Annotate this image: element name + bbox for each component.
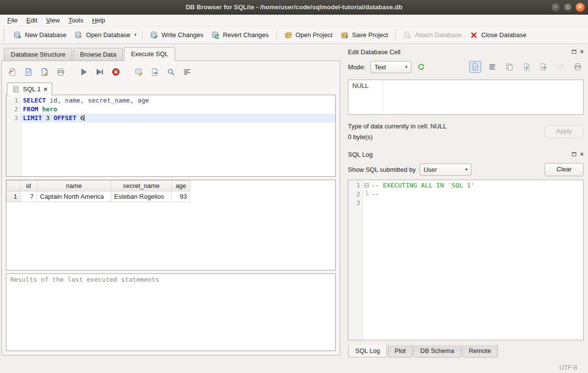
- toolbar-grip[interactable]: [3, 30, 6, 41]
- menu-help[interactable]: Help: [88, 15, 110, 25]
- open-project-label: Open Project: [296, 31, 333, 39]
- cell-name[interactable]: Captain North America: [37, 191, 111, 202]
- save-sql-file-icon: [24, 68, 33, 76]
- save-project-button[interactable]: Save Project: [336, 28, 392, 42]
- execute-current-line-button[interactable]: [94, 66, 105, 77]
- bottom-tab-bar: SQL Log Plot DB Schema Remote: [348, 345, 584, 358]
- column-header-name[interactable]: name: [37, 181, 111, 191]
- set-null-button: [555, 61, 567, 73]
- export-cell-data-button[interactable]: [538, 61, 549, 73]
- auto-update-button[interactable]: [415, 61, 427, 73]
- menu-edit[interactable]: Edit: [22, 15, 41, 25]
- cell-editor[interactable]: NULL: [348, 80, 584, 115]
- write-changes-button[interactable]: Write Changes: [146, 28, 207, 42]
- cell-editor-icons: [469, 61, 584, 73]
- mode-combo[interactable]: Text ▾: [370, 61, 411, 73]
- format-sql-button[interactable]: [182, 66, 192, 77]
- cell-secret-name[interactable]: Esteban Rogelios: [111, 191, 172, 202]
- sql-editor[interactable]: 1 2 3 SELECT id, name, secret_name, age …: [6, 95, 336, 177]
- minimize-button[interactable]: −: [551, 2, 561, 12]
- sql-log-view[interactable]: 1 2 3 -- EXECUTING ALL IN 'SQL 1' --: [348, 180, 584, 340]
- close-database-icon: [469, 31, 478, 40]
- tab-remote[interactable]: Remote: [462, 345, 498, 357]
- code-line-3-current: LIMIT 3 OFFSET 6: [21, 114, 335, 123]
- dock-float-icon[interactable]: [572, 152, 576, 156]
- sql-tab-bar: SQL 1 ×: [6, 81, 336, 95]
- new-database-button[interactable]: New Database: [9, 28, 70, 42]
- tab-execute-sql[interactable]: Execute SQL: [124, 47, 175, 61]
- menu-file[interactable]: File: [3, 15, 22, 25]
- column-header-age[interactable]: age: [172, 181, 190, 191]
- log-line-1: -- EXECUTING ALL IN 'SQL 1': [363, 181, 583, 190]
- sql-1-tab[interactable]: SQL 1 ×: [7, 83, 52, 95]
- word-wrap-icon: [488, 63, 496, 71]
- save-sql-file-button[interactable]: [23, 66, 34, 77]
- copy-cell-button[interactable]: [504, 61, 515, 73]
- column-header-id[interactable]: id: [20, 181, 37, 191]
- filter-label: Show SQL submitted by: [348, 166, 416, 173]
- execute-all-button[interactable]: [78, 66, 89, 77]
- submitter-combo[interactable]: User ▾: [420, 164, 471, 176]
- dock-close-icon[interactable]: ×: [580, 152, 584, 157]
- window-close-icon: ×: [578, 3, 582, 10]
- save-sql-as-button[interactable]: [39, 66, 50, 77]
- stop-execution-button[interactable]: [110, 66, 121, 77]
- editor-code-area[interactable]: SELECT id, name, secret_name, age FROM h…: [21, 95, 335, 176]
- sql-log-filter-row: Show SQL submitted by User ▾ Clear: [348, 163, 584, 176]
- print-cell-button[interactable]: [572, 61, 584, 73]
- open-project-icon: [284, 31, 293, 40]
- print-sql-button[interactable]: [55, 66, 66, 77]
- open-project-button[interactable]: Open Project: [280, 28, 337, 42]
- column-header-secret-name[interactable]: secret_name: [111, 181, 172, 191]
- open-database-button[interactable]: Open Database: [70, 28, 134, 42]
- open-sql-file-button[interactable]: [7, 66, 18, 77]
- edit-results-button[interactable]: [133, 66, 144, 77]
- tab-database-structure[interactable]: Database Structure: [4, 48, 72, 61]
- open-database-icon: [74, 31, 83, 40]
- execute-current-line-icon: [96, 68, 104, 76]
- sql-log-title: SQL Log: [348, 151, 572, 158]
- save-project-label: Save Project: [352, 31, 388, 39]
- tab-browse-data[interactable]: Browse Data: [73, 48, 123, 61]
- new-database-icon: [13, 31, 22, 40]
- close-button[interactable]: ×: [575, 2, 585, 12]
- dock-close-icon[interactable]: ×: [580, 49, 584, 54]
- fold-marker-icon[interactable]: [365, 183, 369, 187]
- text-mode-button[interactable]: [469, 61, 481, 73]
- encoding-indicator[interactable]: UTF-8: [559, 364, 577, 371]
- write-changes-label: Write Changes: [162, 31, 203, 39]
- import-cell-data-button[interactable]: [521, 61, 532, 73]
- close-database-button[interactable]: Close Database: [466, 28, 530, 42]
- cell-id[interactable]: 7: [20, 191, 37, 202]
- print-icon: [57, 68, 65, 76]
- editor-line-numbers: 1 2 3: [6, 95, 21, 176]
- attach-database-label: Attach Database: [415, 31, 462, 39]
- format-sql-icon: [183, 68, 191, 76]
- dock-float-icon[interactable]: [572, 50, 576, 54]
- export-results-button[interactable]: [149, 66, 160, 77]
- log-content: -- EXECUTING ALL IN 'SQL 1' --: [363, 180, 583, 340]
- open-database-dropdown[interactable]: ▾: [134, 31, 139, 39]
- text-caret: [84, 115, 84, 121]
- tab-db-schema[interactable]: DB Schema: [413, 345, 461, 357]
- clear-log-button[interactable]: Clear: [545, 163, 584, 176]
- tab-sql-log[interactable]: SQL Log: [348, 345, 387, 357]
- results-message-box[interactable]: Results of the last executed statements: [6, 273, 336, 351]
- find-replace-button[interactable]: [165, 66, 176, 77]
- revert-changes-button[interactable]: Revert Changes: [207, 28, 273, 42]
- cell-size-info: 0 byte(s): [348, 133, 545, 141]
- menu-view[interactable]: View: [41, 15, 64, 25]
- maximize-button[interactable]: [563, 2, 573, 12]
- toolbar-separator: [142, 30, 142, 41]
- word-wrap-button[interactable]: [487, 61, 498, 73]
- row-header[interactable]: 1: [7, 191, 20, 202]
- toolbar-separator: [276, 30, 277, 41]
- tab-plot[interactable]: Plot: [388, 345, 412, 357]
- cell-age[interactable]: 93: [172, 191, 190, 202]
- tab-close-icon[interactable]: ×: [43, 86, 47, 92]
- execute-sql-panel: SQL 1 × 1 2 3 SELECT id, name, secret_na…: [1, 61, 340, 355]
- results-message-text: Results of the last executed statements: [10, 276, 159, 283]
- chevron-down-icon: ▾: [465, 167, 467, 172]
- menu-tools[interactable]: Tools: [64, 15, 87, 25]
- app-window: DB Browser for SQLite - /home/user/code/…: [0, 0, 588, 373]
